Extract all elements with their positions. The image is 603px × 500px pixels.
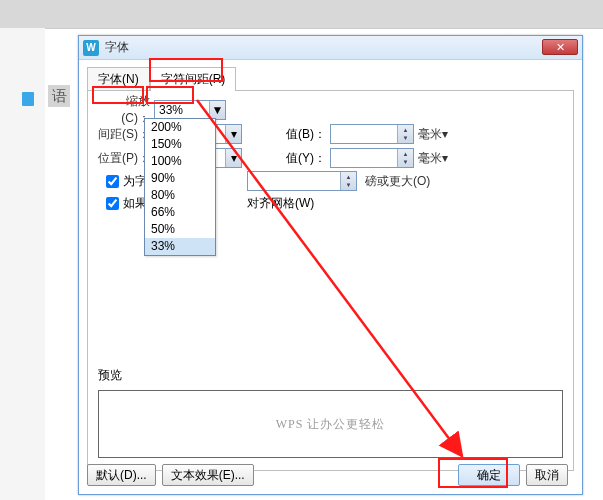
chevron-up-icon[interactable]: ▲ [346,173,352,181]
doc-type-icon [22,92,34,106]
text-effects-button[interactable]: 文本效果(E)... [162,464,254,486]
dialog-titlebar[interactable]: W 字体 ✕ [79,36,582,60]
scale-option[interactable]: 80% [145,187,215,204]
chevron-up-icon[interactable]: ▲ [403,126,409,134]
tab-char-spacing[interactable]: 字符间距(R) [150,67,237,91]
snap-grid-label-b: 对齐网格(W) [247,195,314,212]
unit-mm[interactable]: 毫米▾ [418,150,448,167]
editor-toolbar-area [0,0,603,28]
font-dialog: W 字体 ✕ 字体(N) 字符间距(R) 缩放(C)： 33% ▼ 间距(S)：… [78,35,583,495]
cancel-button[interactable]: 取消 [526,464,568,486]
scale-option[interactable]: 66% [145,204,215,221]
chevron-down-icon[interactable]: ▾ [225,125,241,143]
dialog-tabs: 字体(N) 字符间距(R) [79,60,582,90]
unit-mm[interactable]: 毫米▾ [418,126,448,143]
dialog-button-row: 默认(D)... 文本效果(E)... 确定 取消 [87,464,574,486]
chevron-down-icon[interactable]: ▼ [346,181,352,189]
chevron-down-icon[interactable]: ▾ [225,149,241,167]
value-y-label: 值(Y)： [286,150,330,167]
kerning-checkbox[interactable] [106,175,119,188]
chevron-up-icon[interactable]: ▲ [403,150,409,158]
scale-option-selected[interactable]: 33% [145,238,215,255]
tab-char-spacing-label: 字符间距(R) [161,72,226,86]
scale-option[interactable]: 150% [145,136,215,153]
preview-box: WPS 让办公更轻松 [98,390,563,458]
scale-value: 33% [155,103,209,117]
scale-option[interactable]: 100% [145,153,215,170]
preview-label: 预览 [98,367,122,384]
cancel-button-label: 取消 [535,467,559,484]
kerning-spinner[interactable]: ▲▼ [247,171,357,191]
scale-combo[interactable]: 33% ▼ [154,100,226,120]
wps-app-icon: W [83,40,99,56]
default-button-label: 默认(D)... [96,467,147,484]
close-icon: ✕ [556,41,565,53]
close-button[interactable]: ✕ [542,39,578,55]
chevron-down-icon[interactable]: ▼ [403,134,409,142]
scale-dropdown-list[interactable]: 200% 150% 100% 90% 80% 66% 50% 33% [144,118,216,256]
text-effects-button-label: 文本效果(E)... [171,467,245,484]
dialog-title: 字体 [105,39,129,56]
pt-or-more-label: 磅或更大(O) [365,173,430,190]
snap-grid-checkbox[interactable] [106,197,119,210]
scale-option[interactable]: 50% [145,221,215,238]
chevron-down-icon[interactable]: ▼ [403,158,409,166]
default-button[interactable]: 默认(D)... [87,464,156,486]
ok-button[interactable]: 确定 [458,464,520,486]
scale-option[interactable]: 90% [145,170,215,187]
value-b-spinner[interactable]: ▲▼ [330,124,414,144]
tab-font-label: 字体(N) [98,72,139,86]
value-y-spinner[interactable]: ▲▼ [330,148,414,168]
document-selected-text: 语 [48,85,70,107]
value-b-label: 值(B)： [286,126,330,143]
scale-option[interactable]: 200% [145,119,215,136]
ok-button-label: 确定 [477,467,501,484]
tab-font[interactable]: 字体(N) [87,67,150,91]
preview-text: WPS 让办公更轻松 [276,416,386,433]
chevron-down-icon[interactable]: ▼ [209,101,225,119]
spacing-panel: 缩放(C)： 33% ▼ 间距(S)： ▾ 值(B)： ▲▼ 毫米▾ 位置(P)… [87,90,574,471]
